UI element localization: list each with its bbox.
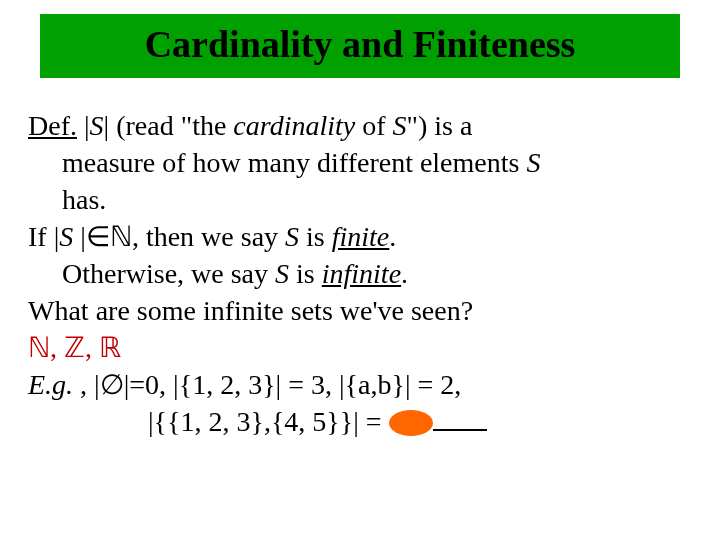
word-cardinality: cardinality bbox=[233, 110, 355, 141]
answer-cover-oval-icon bbox=[389, 410, 433, 436]
example-line-1: E.g. , |∅|=0, |{1, 2, 3}| = 3, |{a,b}| =… bbox=[28, 367, 692, 402]
var-s: S bbox=[526, 147, 540, 178]
finite-line-2: Otherwise, we say S is infinite. bbox=[28, 256, 692, 291]
word-finite: finite bbox=[332, 221, 390, 252]
text: If | bbox=[28, 221, 59, 252]
slide: Cardinality and Finiteness Def. |S| (rea… bbox=[0, 0, 720, 540]
finite-line-1: If |S |∈ℕ, then we say S is finite. bbox=[28, 219, 692, 254]
natural-numbers-symbol: ℕ bbox=[110, 221, 132, 252]
text: . bbox=[389, 221, 396, 252]
title-box: Cardinality and Finiteness bbox=[40, 14, 680, 78]
example-line-2: |{{1, 2, 3},{4, 5}}| = bbox=[28, 404, 692, 439]
text: . bbox=[401, 258, 408, 289]
text: measure of how many different elements bbox=[62, 147, 526, 178]
text: Otherwise, we say bbox=[62, 258, 275, 289]
eg-label: E.g. bbox=[28, 369, 73, 400]
text: |{{1, 2, 3},{4, 5}}| = bbox=[148, 406, 389, 437]
set-r-symbol: ℝ bbox=[99, 332, 121, 363]
text: has. bbox=[62, 184, 106, 215]
var-s: S bbox=[90, 110, 104, 141]
text: is bbox=[299, 221, 332, 252]
text: , |∅|=0, |{1, 2, 3}| = 3, |{a,b}| = 2, bbox=[73, 369, 461, 400]
definition-line-2: measure of how many different elements S bbox=[28, 145, 692, 180]
text: of bbox=[355, 110, 392, 141]
text: , bbox=[85, 332, 99, 363]
text: What are some infinite sets we've seen? bbox=[28, 295, 473, 326]
slide-title: Cardinality and Finiteness bbox=[52, 22, 668, 66]
set-n-symbol: ℕ bbox=[28, 332, 50, 363]
question-line: What are some infinite sets we've seen? bbox=[28, 293, 692, 328]
definition-line-3: has. bbox=[28, 182, 692, 217]
var-s: S bbox=[393, 110, 407, 141]
var-s: S bbox=[285, 221, 299, 252]
blank-underline bbox=[433, 404, 487, 431]
text: , bbox=[50, 332, 64, 363]
definition-line-1: Def. |S| (read "the cardinality of S") i… bbox=[28, 108, 692, 143]
text: is bbox=[289, 258, 322, 289]
text: ") is a bbox=[407, 110, 473, 141]
text: | (read "the bbox=[104, 110, 234, 141]
text: , then we say bbox=[132, 221, 285, 252]
var-s: S bbox=[275, 258, 289, 289]
set-z-symbol: ℤ bbox=[64, 332, 85, 363]
text: |∈ bbox=[73, 221, 110, 252]
var-s: S bbox=[59, 221, 73, 252]
word-infinite: infinite bbox=[322, 258, 401, 289]
slide-body: Def. |S| (read "the cardinality of S") i… bbox=[28, 108, 692, 439]
answer-sets: ℕ, ℤ, ℝ bbox=[28, 330, 692, 365]
text: | bbox=[77, 110, 90, 141]
def-label: Def. bbox=[28, 110, 77, 141]
